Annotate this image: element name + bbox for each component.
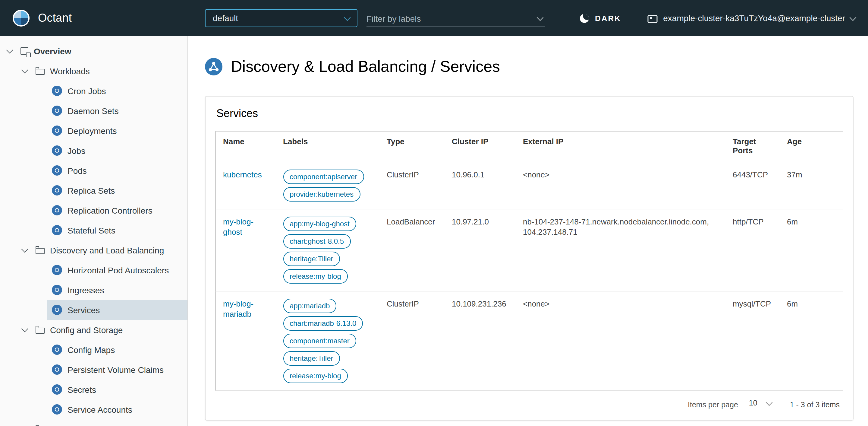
namespace-dropdown[interactable]: default	[205, 9, 358, 27]
folder-icon	[36, 69, 44, 75]
app-name: Octant	[38, 11, 72, 25]
sidebar-item[interactable]: Config and Storage	[0, 320, 187, 340]
labels-list: app:my-blog-ghostchart:ghost-8.0.5herita…	[283, 217, 372, 284]
sidebar-item-link[interactable]: Overview	[21, 41, 187, 61]
sidebar-item[interactable]: Overview	[0, 41, 187, 61]
cell-type: ClusterIP	[379, 162, 444, 209]
label-pill[interactable]: heritage:Tiller	[283, 252, 340, 266]
cell-target-ports: 6443/TCP	[725, 162, 780, 209]
k8s-resource-icon	[52, 385, 62, 395]
sidebar-item-link[interactable]: Stateful Sets	[47, 220, 187, 240]
sidebar-item[interactable]: Jobs	[0, 141, 187, 161]
sidebar-item-label: Jobs	[67, 146, 85, 155]
label-pill[interactable]: release:my-blog	[283, 369, 348, 383]
sidebar-item[interactable]: Daemon Sets	[0, 101, 187, 121]
items-per-page-label: Items per page	[688, 400, 738, 409]
sidebar-item[interactable]: Cron Jobs	[0, 81, 187, 101]
caret-down-icon[interactable]	[537, 14, 544, 21]
label-pill[interactable]: release:my-blog	[283, 269, 348, 284]
sidebar-item[interactable]: Replica Sets	[0, 180, 187, 200]
service-name-link[interactable]: my-blog-mariadb	[223, 299, 253, 319]
context-name: example-cluster-ka3TuTzYo4a@example-clus…	[663, 13, 845, 23]
table-header-row: NameLabelsTypeCluster IPExternal IPTarge…	[216, 131, 843, 162]
context-selector[interactable]: example-cluster-ka3TuTzYo4a@example-clus…	[647, 0, 855, 36]
sidebar-item-link[interactable]: Persistent Volume Claims	[47, 360, 187, 379]
sidebar-item-link[interactable]: Replica Sets	[47, 180, 187, 200]
sidebar-item-link[interactable]: Config Maps	[47, 340, 187, 360]
label-pill[interactable]: component:master	[283, 334, 356, 348]
k8s-resource-icon	[52, 225, 62, 235]
label-pill[interactable]: chart:mariadb-6.13.0	[283, 316, 363, 331]
sidebar-item[interactable]: Config Maps	[0, 340, 187, 360]
sidebar-item[interactable]: Service Accounts	[0, 399, 187, 419]
sidebar-item-label: Cron Jobs	[67, 86, 106, 96]
k8s-resource-icon	[52, 145, 62, 156]
label-pill[interactable]: chart:ghost-8.0.5	[283, 234, 350, 249]
chevron-down-icon[interactable]	[22, 325, 28, 333]
caret-down-icon	[766, 399, 773, 406]
chevron-down-icon[interactable]	[22, 67, 28, 74]
sidebar-item[interactable]: Ingresses	[0, 280, 187, 300]
namespace-value: default	[213, 13, 238, 23]
sidebar-item-link[interactable]: Service Accounts	[47, 399, 187, 419]
label-pill[interactable]: component:apiserver	[283, 170, 364, 184]
sidebar-item[interactable]: Discovery and Load Balancing	[0, 240, 187, 260]
label-pill[interactable]: app:mariadb	[283, 299, 336, 313]
sidebar-item-link[interactable]: Services	[47, 300, 187, 320]
cell-age: 37m	[780, 162, 843, 209]
sidebar-item[interactable]: Workloads	[0, 61, 187, 81]
service-name-link[interactable]: my-blog-ghost	[223, 217, 253, 236]
label-filter	[367, 10, 545, 27]
sidebar-item-link[interactable]: Config and Storage	[36, 320, 187, 340]
sidebar-item-link[interactable]: Daemon Sets	[47, 101, 187, 121]
cell-type: ClusterIP	[379, 291, 444, 391]
k8s-resource-icon	[52, 125, 62, 136]
label-pill[interactable]: heritage:Tiller	[283, 351, 340, 366]
sidebar-item[interactable]: Services	[0, 300, 187, 320]
cell-age: 6m	[780, 291, 843, 391]
k8s-resource-icon	[52, 285, 62, 295]
sidebar-item-link[interactable]: Ingresses	[47, 280, 187, 300]
chevron-down-icon[interactable]	[22, 246, 28, 253]
label-filter-input[interactable]	[367, 13, 538, 23]
page-title: Discovery & Load Balancing / Services	[231, 57, 500, 76]
cell-cluster-ip: 10.109.231.236	[444, 291, 516, 391]
brand: Octant	[12, 0, 72, 36]
sidebar-item-link[interactable]: Secrets	[47, 379, 187, 399]
cell-external-ip: nb-104-237-148-71.newark.nodebalancer.li…	[516, 209, 725, 291]
sidebar-item-label: Custom Resources	[50, 425, 122, 426]
theme-toggle-button[interactable]: DARK	[580, 0, 621, 36]
label-pill[interactable]: provider:kubernetes	[283, 187, 360, 202]
sidebar-item[interactable]: Stateful Sets	[0, 220, 187, 240]
service-name-link[interactable]: kubernetes	[223, 170, 262, 179]
sidebar-item-label: Deployments	[67, 126, 117, 136]
sidebar-item[interactable]: Persistent Volume Claims	[0, 360, 187, 379]
services-network-icon	[205, 58, 222, 76]
column-header: Name	[216, 131, 276, 162]
sidebar-item-link[interactable]: Pods	[47, 161, 187, 180]
label-pill[interactable]: app:my-blog-ghost	[283, 217, 356, 231]
sidebar-item-link[interactable]: Discovery and Load Balancing	[36, 240, 187, 260]
sidebar-item-link[interactable]: Cron Jobs	[47, 81, 187, 101]
sidebar-item-label: Pods	[67, 166, 87, 175]
sidebar-item-label: Daemon Sets	[67, 106, 119, 116]
sidebar-item[interactable]: Custom Resources	[0, 419, 187, 426]
sidebar-item[interactable]: Deployments	[0, 121, 187, 141]
sidebar-item-link[interactable]: Replication Controllers	[47, 200, 187, 220]
column-header: Age	[780, 131, 843, 162]
items-per-page-select[interactable]: 10	[748, 399, 773, 410]
sidebar-item[interactable]: Horizontal Pod Autoscalers	[0, 260, 187, 280]
overview-icon	[21, 47, 28, 55]
cell-external-ip: <none>	[516, 291, 725, 391]
sidebar-item[interactable]: Secrets	[0, 379, 187, 399]
sidebar-item[interactable]: Replication Controllers	[0, 200, 187, 220]
sidebar-item-link[interactable]: Deployments	[47, 121, 187, 141]
sidebar-item-link[interactable]: Jobs	[47, 141, 187, 161]
sidebar-item-link[interactable]: Workloads	[36, 61, 187, 81]
page-title-block: Discovery & Load Balancing / Services	[205, 57, 868, 76]
chevron-down-icon[interactable]	[6, 47, 13, 54]
sidebar-item-link[interactable]: Horizontal Pod Autoscalers	[47, 260, 187, 280]
k8s-resource-icon	[52, 185, 62, 196]
sidebar-item-link[interactable]: Custom Resources	[36, 419, 187, 426]
sidebar-item[interactable]: Pods	[0, 161, 187, 180]
